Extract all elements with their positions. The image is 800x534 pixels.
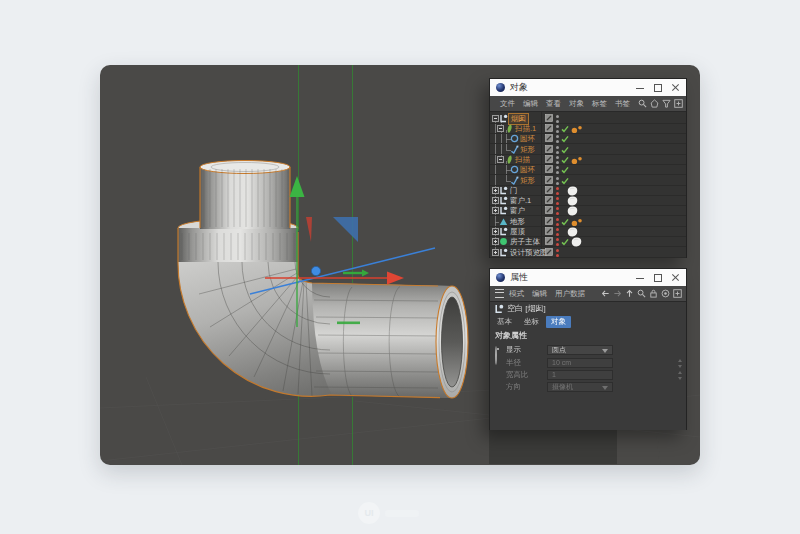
enabled-check-icon[interactable]	[561, 135, 569, 143]
visibility-dots[interactable]	[556, 206, 559, 216]
arrow-left-icon[interactable]	[601, 289, 610, 298]
menu-bookmarks[interactable]: 书签	[615, 99, 630, 109]
add-box-icon[interactable]	[673, 289, 682, 298]
enabled-check-icon[interactable]	[561, 166, 569, 174]
hamburger-icon[interactable]	[495, 289, 504, 298]
expand-toggle[interactable]	[497, 125, 504, 132]
edit-toggle-icon[interactable]	[545, 114, 553, 122]
maximize-button[interactable]	[650, 270, 666, 285]
material-tag-icon[interactable]	[567, 227, 578, 237]
attributes-panel-titlebar[interactable]: 属性	[490, 269, 686, 286]
home-icon[interactable]	[650, 99, 659, 108]
add-box-icon[interactable]	[674, 99, 683, 108]
material-tag-icon[interactable]	[567, 196, 578, 206]
expand-toggle[interactable]	[492, 249, 499, 256]
menu-mode[interactable]: 模式	[509, 289, 524, 299]
edit-toggle-icon[interactable]	[545, 196, 553, 204]
edit-toggle-icon[interactable]	[545, 176, 553, 184]
phong-tag-icon[interactable]	[571, 156, 583, 165]
edit-toggle-icon[interactable]	[545, 237, 553, 245]
edit-toggle-icon[interactable]	[545, 134, 553, 142]
object-row[interactable]: 窗户.1	[490, 196, 686, 206]
edit-toggle-icon[interactable]	[545, 186, 553, 194]
expand-toggle[interactable]	[497, 156, 504, 163]
arrow-up-icon[interactable]	[625, 289, 634, 298]
enabled-check-icon[interactable]	[561, 125, 569, 133]
object-row[interactable]: 门	[490, 186, 686, 196]
tab-object[interactable]: 对象	[546, 316, 571, 328]
expand-toggle[interactable]	[492, 228, 499, 235]
visibility-dots[interactable]	[556, 145, 559, 155]
expand-toggle[interactable]	[492, 197, 499, 204]
maximize-button[interactable]	[650, 80, 666, 95]
phong-tag-icon[interactable]	[571, 218, 583, 227]
object-row[interactable]: 扫描.1	[490, 124, 686, 134]
visibility-dots[interactable]	[556, 227, 559, 237]
edit-toggle-icon[interactable]	[545, 124, 553, 132]
tab-coordinates[interactable]: 坐标	[519, 316, 544, 328]
enabled-check-icon[interactable]	[561, 238, 569, 246]
menu-view[interactable]: 查看	[546, 99, 561, 109]
material-tag-icon[interactable]	[567, 206, 578, 216]
orientation-dropdown[interactable]: 摄像机	[547, 382, 613, 392]
edit-toggle-icon[interactable]	[545, 165, 553, 173]
menu-edit[interactable]: 编辑	[523, 99, 538, 109]
expand-toggle[interactable]	[492, 115, 499, 122]
object-row[interactable]: 地形	[490, 217, 686, 227]
enabled-check-icon[interactable]	[561, 177, 569, 185]
lock-icon[interactable]	[649, 289, 658, 298]
menu-file[interactable]: 文件	[500, 99, 515, 109]
minimize-button[interactable]	[632, 80, 648, 95]
search-icon[interactable]	[637, 289, 646, 298]
object-row[interactable]: 设计预览图	[490, 248, 686, 258]
object-row[interactable]: 圆环	[490, 165, 686, 175]
search-icon[interactable]	[638, 99, 647, 108]
expand-toggle[interactable]	[492, 207, 499, 214]
expand-toggle[interactable]	[492, 187, 499, 194]
edit-toggle-icon[interactable]	[545, 206, 553, 214]
close-button[interactable]	[668, 80, 684, 95]
material-tag-icon[interactable]	[567, 186, 578, 196]
object-row[interactable]: 屋顶	[490, 227, 686, 237]
object-row[interactable]: 矩形	[490, 145, 686, 155]
display-dropdown[interactable]: 圆点	[547, 345, 613, 355]
close-button[interactable]	[668, 270, 684, 285]
tab-basic[interactable]: 基本	[492, 316, 517, 328]
edit-toggle-icon[interactable]	[545, 248, 553, 256]
object-row[interactable]: 矩形	[490, 176, 686, 186]
object-row[interactable]: 窗户	[490, 206, 686, 216]
object-row[interactable]: 烟囱	[490, 114, 686, 124]
aspect-stepper[interactable]: 1	[547, 370, 613, 380]
object-row[interactable]: 圆环	[490, 134, 686, 144]
visibility-dots[interactable]	[556, 196, 559, 206]
object-row[interactable]: 扫描	[490, 155, 686, 165]
radius-stepper[interactable]: 10 cm	[547, 358, 613, 368]
phong-tag-icon[interactable]	[571, 125, 583, 134]
edit-toggle-icon[interactable]	[545, 155, 553, 163]
menu-object[interactable]: 对象	[569, 99, 584, 109]
edit-toggle-icon[interactable]	[545, 217, 553, 225]
visibility-dots[interactable]	[556, 165, 559, 175]
material-tag-icon[interactable]	[571, 237, 582, 247]
visibility-dots[interactable]	[556, 155, 559, 165]
enabled-check-icon[interactable]	[561, 156, 569, 164]
visibility-dots[interactable]	[556, 114, 559, 124]
enabled-check-icon[interactable]	[561, 218, 569, 226]
visibility-dots[interactable]	[556, 237, 559, 247]
menu-edit[interactable]: 编辑	[532, 289, 547, 299]
visibility-dots[interactable]	[556, 186, 559, 196]
edit-toggle-icon[interactable]	[545, 227, 553, 235]
menu-tags[interactable]: 标签	[592, 99, 607, 109]
visibility-dots[interactable]	[556, 176, 559, 186]
filter-icon[interactable]	[662, 99, 671, 108]
object-row[interactable]: 房子主体	[490, 237, 686, 247]
edit-toggle-icon[interactable]	[545, 145, 553, 153]
enabled-check-icon[interactable]	[561, 146, 569, 154]
minimize-button[interactable]	[632, 270, 648, 285]
visibility-dots[interactable]	[556, 134, 559, 144]
object-panel-titlebar[interactable]: 对象	[490, 79, 686, 96]
menu-userdata[interactable]: 用户数据	[555, 289, 585, 299]
expand-toggle[interactable]	[492, 238, 499, 245]
visibility-dots[interactable]	[556, 248, 559, 258]
visibility-dots[interactable]	[556, 217, 559, 227]
